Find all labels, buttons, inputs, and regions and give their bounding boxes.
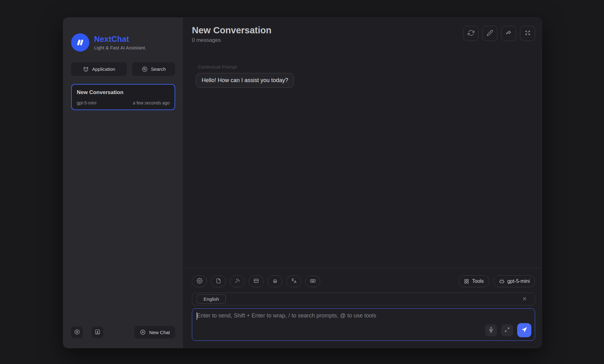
input-actions	[485, 323, 531, 337]
logo-n-icon	[71, 33, 89, 52]
keyboard-icon	[310, 278, 316, 285]
chat-settings-button[interactable]	[192, 275, 207, 287]
composer-panel: Tools gpt-5-mini	[183, 268, 542, 348]
settings-hex-icon	[74, 329, 80, 336]
logo-row: NextChat Light & Fast AI Assistant.	[71, 33, 175, 52]
rename-button[interactable]	[482, 26, 497, 41]
chat-body: Contextual Prompt Hello! How can I assis…	[183, 43, 542, 268]
sidebar-footer: New Chat	[71, 326, 175, 339]
wand-icon	[234, 278, 240, 285]
chat-header: New Conversation 0 messages	[183, 18, 542, 43]
settings-button[interactable]	[71, 327, 83, 338]
logo-text: NextChat Light & Fast AI Assistant.	[94, 35, 146, 50]
clear-context-icon	[253, 278, 259, 285]
refresh-button[interactable]	[463, 26, 478, 41]
expand-input-button[interactable]	[501, 324, 513, 336]
language-chip[interactable]: English	[197, 294, 226, 304]
search-label: Search	[151, 66, 166, 72]
chat-item-title: New Conversation	[77, 89, 170, 96]
chat-item-model: gpt-5-mini	[77, 100, 96, 105]
chat-header-titles: New Conversation 0 messages	[192, 25, 271, 43]
context-prompt-label: Contextual Prompt	[198, 64, 529, 70]
search-button[interactable]: Search	[132, 62, 175, 76]
close-hint-button[interactable]	[520, 294, 529, 304]
message-input-container	[192, 308, 535, 341]
new-chat-label: New Chat	[149, 330, 170, 335]
import-button[interactable]	[92, 327, 103, 338]
refresh-icon	[468, 30, 474, 37]
robot-icon	[499, 278, 505, 284]
file-icon	[215, 278, 221, 285]
prompts-button[interactable]	[230, 275, 245, 287]
text-caret	[197, 312, 197, 320]
translate-icon	[291, 278, 297, 285]
application-button[interactable]: Application	[71, 62, 127, 76]
prompt-hint-bar: English	[192, 293, 535, 305]
chat-item-meta: gpt-5-mini a few seconds ago	[77, 100, 170, 105]
send-button[interactable]	[517, 323, 531, 337]
toolbar-actions	[192, 275, 320, 287]
expand-icon	[504, 327, 510, 333]
message-count: 0 messages	[192, 37, 271, 43]
fullscreen-button[interactable]	[520, 26, 535, 41]
tools-label: Tools	[472, 278, 484, 284]
masks-button[interactable]	[267, 275, 282, 287]
new-chat-button[interactable]: New Chat	[134, 326, 175, 339]
theme-button[interactable]	[211, 275, 226, 287]
close-icon	[522, 296, 528, 303]
gear-icon	[197, 278, 203, 285]
chat-item-time: a few seconds ago	[133, 100, 170, 105]
tools-button[interactable]: Tools	[458, 275, 489, 287]
maximize-icon	[524, 30, 531, 37]
mask-icon	[83, 66, 89, 72]
search-icon	[142, 66, 148, 72]
share-icon	[506, 30, 512, 37]
edit-icon	[487, 30, 493, 37]
translate-button[interactable]	[286, 275, 301, 287]
header-actions	[463, 25, 535, 41]
chat-list-item[interactable]: New Conversation gpt-5-mini a few second…	[71, 84, 175, 110]
app-title: NextChat	[94, 35, 146, 44]
page-title: New Conversation	[192, 25, 271, 36]
model-label: gpt-5-mini	[507, 278, 530, 284]
message-input[interactable]	[192, 309, 535, 340]
incognito-icon	[272, 278, 278, 285]
voice-input-button[interactable]	[485, 324, 497, 336]
composer-toolbar: Tools gpt-5-mini	[192, 275, 535, 287]
application-label: Application	[92, 66, 115, 72]
toolbar-selectors: Tools gpt-5-mini	[458, 275, 535, 287]
app-tagline: Light & Fast AI Assistant.	[94, 45, 146, 50]
grid-icon	[464, 278, 469, 284]
app-window: NextChat Light & Fast AI Assistant. Appl…	[63, 17, 542, 348]
assistant-message: Hello! How can I assist you today?	[196, 73, 294, 88]
send-icon	[521, 327, 528, 334]
shortcuts-button[interactable]	[305, 275, 320, 287]
sidebar-nav: Application Search	[71, 62, 175, 76]
download-icon	[94, 329, 101, 336]
mic-icon	[488, 327, 494, 333]
share-button[interactable]	[501, 26, 516, 41]
model-selector-button[interactable]: gpt-5-mini	[494, 275, 535, 287]
plus-circle-icon	[140, 329, 146, 335]
main-panel: New Conversation 0 messages	[183, 18, 542, 348]
sidebar: NextChat Light & Fast AI Assistant. Appl…	[63, 18, 183, 348]
clear-context-button[interactable]	[249, 275, 264, 287]
